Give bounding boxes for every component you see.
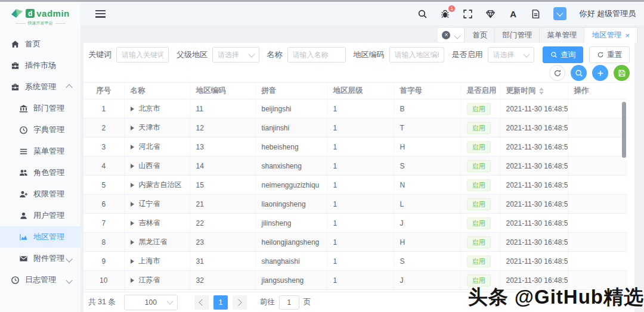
region-code: 22 [190, 214, 255, 233]
sidebar-item[interactable]: 日志管理 [0, 269, 80, 291]
sort-icon[interactable] [539, 88, 544, 95]
fullscreen-icon[interactable] [463, 9, 473, 19]
current-page-button[interactable]: 1 [213, 295, 228, 310]
page-tab[interactable]: 首页 [465, 27, 495, 43]
expand-caret-icon[interactable] [131, 259, 134, 264]
row-operations [568, 118, 627, 138]
table-header-cell: 操作 [568, 83, 627, 99]
region-name: 天津市 [139, 123, 160, 133]
expand-caret-icon[interactable] [131, 278, 134, 283]
page-size-select[interactable]: 100 [124, 295, 178, 310]
enabled-badge: 启用 [467, 141, 491, 153]
sidebar-item[interactable]: 地区管理 [0, 226, 80, 248]
search-icon [575, 69, 583, 77]
next-page-button[interactable] [233, 295, 247, 310]
row-index: 5 [83, 176, 124, 195]
region-code: 11 [190, 99, 255, 118]
region-initial: N [394, 176, 460, 195]
page-tab[interactable]: 地区管理 × [584, 27, 637, 43]
table-scrollbar[interactable] [622, 102, 626, 158]
logo-mark-icon [11, 8, 24, 19]
sidebar-item-label: 附件管理 [33, 253, 64, 264]
prev-page-button[interactable] [194, 295, 209, 310]
table-row[interactable]: 1 北京市 11 beijingshi 1 B 启用 2021-11-30 16… [83, 99, 627, 118]
sidebar-item[interactable]: 系统管理 [0, 76, 80, 98]
sidebar-item[interactable]: 首页 [0, 33, 80, 55]
tab-close-icon[interactable]: × [625, 32, 630, 39]
document-icon[interactable] [531, 9, 541, 19]
top-header: 1 A 你好 超级管理员 [80, 2, 644, 26]
sidebar-item[interactable]: 部门管理 [0, 98, 80, 119]
logo-tagline: 快速开发平台 [16, 20, 66, 26]
region-name: 山西省 [139, 161, 160, 171]
search-icon[interactable] [417, 9, 428, 19]
refresh-button[interactable] [549, 65, 565, 81]
reset-button[interactable]: 重置 [589, 46, 630, 63]
gem-icon[interactable] [485, 9, 496, 19]
user-greeting: 你好 超级管理员 [579, 8, 636, 19]
add-button[interactable] [592, 65, 608, 81]
sidebar-item[interactable]: 附件管理 [0, 248, 80, 269]
expand-caret-icon[interactable] [131, 240, 134, 245]
home-icon [11, 40, 20, 49]
row-operations [568, 99, 627, 118]
page-tab[interactable]: 菜单管理 [539, 27, 584, 43]
chevron-down-icon[interactable] [455, 30, 460, 40]
name-input[interactable] [287, 47, 346, 63]
keyword-input[interactable] [116, 47, 169, 63]
region-initial: J [394, 271, 460, 290]
expand-caret-icon[interactable] [131, 164, 134, 169]
region-code: 12 [190, 118, 255, 138]
row-index: 10 [83, 271, 124, 290]
sidebar-item[interactable]: 菜单管理 [0, 141, 80, 162]
toggle-search-button[interactable] [571, 65, 587, 81]
table-header-cell: 序号 [83, 83, 124, 99]
row-operations [568, 138, 627, 157]
parent-region-label: 父级地区 [177, 49, 208, 60]
table-header-cell: 地区层级 [327, 83, 394, 99]
export-button[interactable] [614, 65, 630, 81]
search-button[interactable]: 查询 [543, 46, 583, 63]
table-header-cell: 名称 [124, 83, 190, 99]
chevron-left-icon [199, 299, 206, 305]
chevron-down-icon [523, 51, 530, 57]
expand-caret-icon[interactable] [131, 145, 134, 149]
expand-caret-icon[interactable] [131, 107, 134, 111]
table-row[interactable]: 4 山西省 14 shanxisheng 1 S 启用 2021-11-30 1… [83, 157, 627, 176]
expand-caret-icon[interactable] [131, 202, 134, 207]
table-row[interactable]: 7 吉林省 22 jilinsheng 1 J 启用 2021-11-30 16… [83, 214, 627, 233]
sidebar-item[interactable]: 权限管理 [0, 183, 80, 205]
sidebar-item[interactable]: 插件市场 [0, 55, 80, 76]
close-all-tabs-icon[interactable]: × [442, 31, 450, 39]
row-operations [568, 252, 627, 271]
sidebar-item[interactable]: 角色管理 [0, 162, 80, 183]
region-pinyin: tianjinshi [255, 118, 327, 138]
tab-label: 首页 [472, 30, 487, 40]
table-row[interactable]: 8 黑龙江省 23 heilongjiangsheng 1 H 启用 2021-… [83, 233, 627, 252]
filter-bar: 关键词 父级地区 请选择 名称 地区编码 是否启用 请选择 查询 重置 [88, 46, 630, 63]
name-label: 名称 [267, 49, 283, 60]
region-code-input[interactable] [389, 47, 444, 63]
enabled-select[interactable]: 请选择 [488, 47, 535, 63]
sidebar-item[interactable]: 用户管理 [0, 205, 80, 226]
avatar[interactable] [553, 7, 566, 20]
updated-time: 2021-11-30 16:48:54 [500, 138, 568, 157]
table-row[interactable]: 3 河北省 13 hebeisheng 1 H 启用 2021-11-30 16… [83, 138, 627, 157]
region-level: 1 [327, 99, 394, 118]
font-size-icon[interactable]: A [508, 9, 518, 19]
region-pinyin: liaoningsheng [255, 195, 327, 214]
bug-icon[interactable]: 1 [440, 9, 450, 19]
page-tab[interactable]: 部门管理 [494, 27, 540, 43]
table-row[interactable]: 9 上海市 31 shanghaishi 1 S 启用 2021-11-30 1… [83, 252, 627, 271]
goto-page-input[interactable] [279, 295, 299, 310]
expand-caret-icon[interactable] [131, 221, 134, 226]
table-row[interactable]: 5 内蒙古自治区 15 neimengguzizhiqu 1 N 启用 2021… [83, 176, 627, 195]
expand-caret-icon[interactable] [131, 183, 134, 188]
sidebar-item[interactable]: 字典管理 [0, 119, 80, 141]
region-pinyin: jiangsusheng [255, 271, 327, 290]
table-row[interactable]: 6 辽宁省 21 liaoningsheng 1 L 启用 2021-11-30… [83, 195, 627, 214]
parent-region-select[interactable]: 请选择 [212, 47, 259, 63]
hamburger-menu-icon[interactable] [95, 10, 106, 18]
table-row[interactable]: 2 天津市 12 tianjinshi 1 T 启用 2021-11-30 16… [83, 118, 627, 138]
expand-caret-icon[interactable] [131, 126, 134, 130]
